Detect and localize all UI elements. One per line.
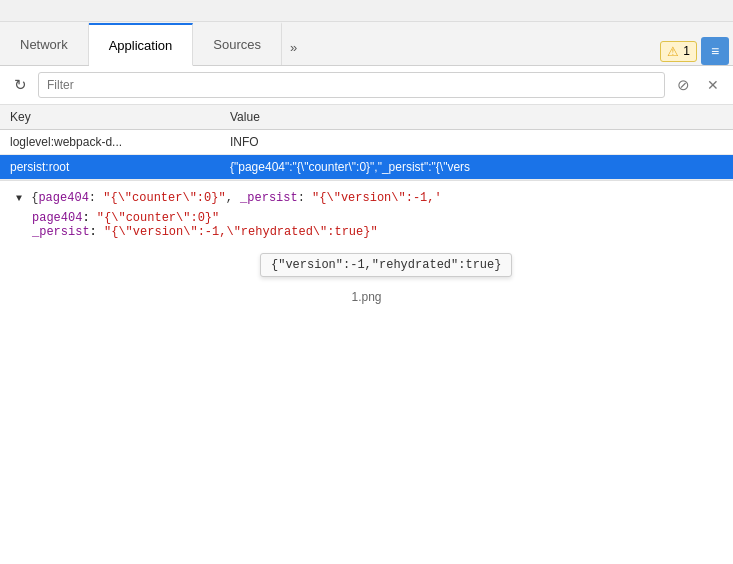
warning-badge[interactable]: ⚠ 1 — [660, 41, 697, 62]
console-drawer-button[interactable]: ≡ — [701, 37, 729, 65]
storage-value-cell-selected: {"page404":"{\"counter\":0}","_persist":… — [220, 155, 733, 180]
filter-bar: ↻ ⊘ ✕ — [0, 66, 733, 105]
tab-sources[interactable]: Sources — [193, 22, 282, 65]
json-tooltip: {"version":-1,"rehydrated":true} — [260, 253, 512, 277]
tab-network[interactable]: Network — [0, 22, 89, 65]
filter-input[interactable] — [38, 72, 665, 98]
table-row[interactable]: loglevel:webpack-d... INFO — [0, 130, 733, 155]
json-summary-text: {page404: "{\"counter\":0}", _persist: "… — [31, 191, 442, 205]
tab-bar-actions: ⚠ 1 ≡ — [660, 37, 733, 65]
json-value-persist: "{\"version\":-1,\"rehydrated\":true}" — [104, 225, 378, 239]
warning-icon: ⚠ — [667, 44, 679, 59]
storage-table: Key Value loglevel:webpack-d... INFO — [0, 105, 733, 180]
top-hint-bar — [0, 0, 733, 22]
storage-table-wrapper: Key Value loglevel:webpack-d... INFO — [0, 105, 733, 180]
tab-sources-label: Sources — [213, 37, 261, 52]
storage-value-cell: INFO — [220, 130, 733, 155]
block-url-button[interactable]: ⊘ — [671, 73, 695, 97]
tab-application-label: Application — [109, 38, 173, 53]
json-summary-line: ▼ {page404: "{\"counter\":0}", _persist:… — [16, 191, 717, 205]
clear-filter-button[interactable]: ✕ — [701, 73, 725, 97]
table-row[interactable]: persist:root {"page404":"{\"counter\":0}… — [0, 155, 733, 180]
tab-application[interactable]: Application — [89, 23, 194, 66]
more-tabs-icon: » — [290, 40, 297, 55]
block-icon: ⊘ — [677, 76, 690, 94]
console-icon: ≡ — [711, 43, 719, 59]
tab-bar: Network Application Sources » ⚠ 1 ≡ — [0, 22, 733, 66]
refresh-icon: ↻ — [14, 76, 27, 94]
column-header-value: Value — [220, 105, 733, 130]
storage-key-cell: loglevel:webpack-d... — [0, 130, 220, 155]
clear-icon: ✕ — [707, 77, 719, 93]
refresh-button[interactable]: ↻ — [8, 73, 32, 97]
tab-network-label: Network — [20, 37, 68, 52]
column-header-key: Key — [0, 105, 220, 130]
image-label: 1.png — [0, 280, 733, 314]
json-tree-panel: ▼ {page404: "{\"counter\":0}", _persist:… — [0, 180, 733, 280]
storage-key-cell-selected: persist:root — [0, 155, 220, 180]
tab-more-button[interactable]: » — [282, 30, 305, 65]
json-key-page404: page404 — [32, 211, 82, 225]
warning-count: 1 — [683, 44, 690, 58]
json-collapse-toggle[interactable]: ▼ — [16, 193, 22, 204]
table-header-row: Key Value — [0, 105, 733, 130]
json-tree-body: page404: "{\"counter\":0}" _persist: "{\… — [16, 211, 717, 239]
json-tree-node: _persist: "{\"version\":-1,\"rehydrated\… — [32, 225, 717, 239]
main-content: ↻ ⊘ ✕ Key Value — [0, 66, 733, 314]
json-key-persist: _persist — [32, 225, 90, 239]
json-tree-node: page404: "{\"counter\":0}" — [32, 211, 717, 225]
json-value-page404: "{\"counter\":0}" — [97, 211, 219, 225]
